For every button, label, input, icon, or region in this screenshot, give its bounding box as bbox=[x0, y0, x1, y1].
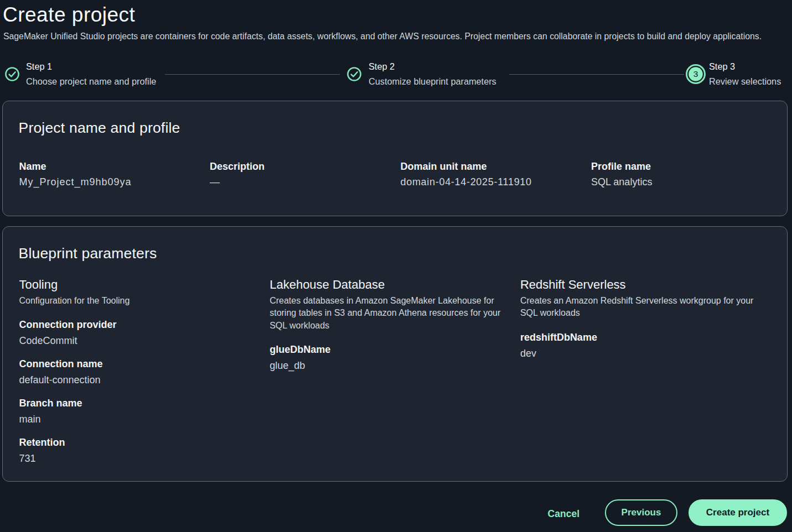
svg-text:3: 3 bbox=[693, 69, 698, 79]
